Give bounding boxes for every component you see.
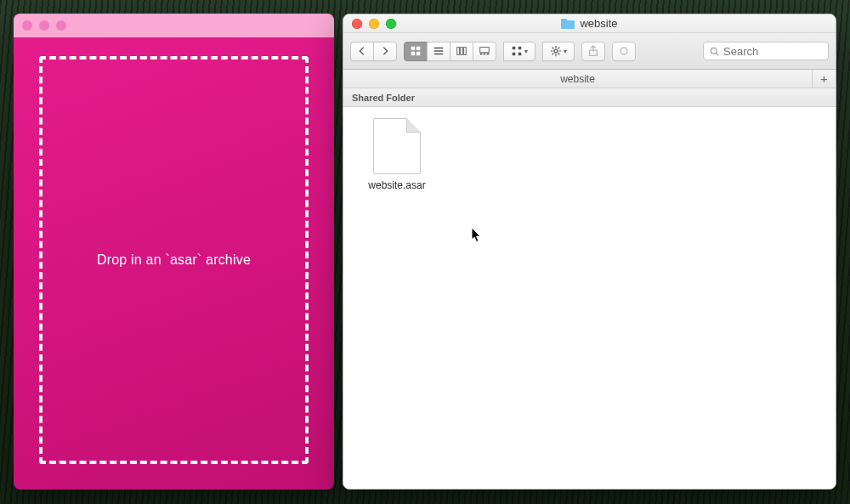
view-mode-segment bbox=[404, 42, 496, 61]
action-button[interactable]: ▾ bbox=[542, 42, 575, 61]
folder-icon bbox=[561, 19, 575, 29]
nav-segment bbox=[350, 42, 397, 61]
finder-content-area[interactable]: website.asar bbox=[343, 108, 836, 489]
titlebar[interactable] bbox=[14, 14, 334, 37]
svg-point-15 bbox=[554, 49, 558, 53]
tab-website[interactable]: website bbox=[343, 70, 812, 88]
svg-rect-8 bbox=[480, 54, 483, 55]
svg-rect-9 bbox=[484, 54, 486, 55]
shared-folder-label: Shared Folder bbox=[352, 93, 415, 103]
finder-toolbar: ▾ ▾ bbox=[343, 33, 836, 70]
shared-folder-banner: Shared Folder bbox=[343, 88, 836, 107]
svg-rect-3 bbox=[416, 52, 420, 55]
svg-rect-5 bbox=[461, 48, 463, 55]
chevron-right-icon bbox=[379, 45, 391, 57]
svg-rect-13 bbox=[513, 53, 516, 56]
finder-titlebar[interactable]: website bbox=[343, 14, 836, 33]
chevron-down-icon: ▾ bbox=[564, 48, 567, 55]
drop-prompt: Drop in an `asar` archive bbox=[97, 252, 251, 268]
arrange-button[interactable]: ▾ bbox=[503, 42, 536, 61]
svg-rect-7 bbox=[480, 48, 490, 53]
close-icon[interactable] bbox=[352, 19, 362, 29]
tab-label: website bbox=[560, 73, 595, 85]
svg-point-18 bbox=[711, 48, 717, 54]
window-title-text: website bbox=[580, 17, 617, 30]
close-icon[interactable] bbox=[22, 20, 32, 31]
svg-rect-12 bbox=[518, 47, 522, 50]
plus-icon: + bbox=[820, 71, 828, 86]
file-name: website.asar bbox=[359, 179, 435, 191]
search-input[interactable] bbox=[723, 45, 823, 58]
tag-icon bbox=[618, 45, 630, 57]
svg-rect-10 bbox=[487, 54, 490, 55]
search-icon bbox=[709, 46, 720, 57]
file-icon bbox=[373, 118, 421, 174]
columns-icon bbox=[456, 45, 468, 57]
svg-point-17 bbox=[620, 48, 627, 54]
asar-drop-zone[interactable]: Drop in an `asar` archive bbox=[39, 56, 309, 464]
svg-rect-6 bbox=[464, 48, 467, 55]
view-icons-button[interactable] bbox=[404, 42, 428, 61]
new-tab-button[interactable]: + bbox=[812, 70, 836, 88]
arrange-segment: ▾ bbox=[503, 42, 536, 61]
back-button[interactable] bbox=[350, 42, 374, 61]
svg-rect-4 bbox=[457, 48, 460, 55]
file-item[interactable]: website.asar bbox=[359, 118, 435, 191]
gear-icon bbox=[550, 45, 562, 57]
gallery-icon bbox=[479, 45, 490, 57]
zoom-icon[interactable] bbox=[56, 20, 66, 31]
tab-bar: website + bbox=[343, 70, 836, 88]
svg-rect-14 bbox=[518, 53, 522, 56]
svg-rect-11 bbox=[513, 47, 516, 50]
search-field[interactable] bbox=[703, 42, 829, 60]
tags-button[interactable] bbox=[612, 42, 636, 61]
arrange-icon bbox=[511, 45, 523, 57]
view-list-button[interactable] bbox=[427, 42, 450, 61]
asar-drop-window: Drop in an `asar` archive bbox=[14, 14, 334, 490]
finder-window: website bbox=[343, 14, 836, 490]
chevron-left-icon bbox=[356, 45, 368, 57]
view-gallery-button[interactable] bbox=[473, 42, 496, 61]
list-icon bbox=[433, 45, 445, 57]
minimize-icon[interactable] bbox=[39, 20, 49, 31]
share-icon bbox=[587, 45, 599, 57]
view-columns-button[interactable] bbox=[450, 42, 473, 61]
grid-icon bbox=[410, 45, 422, 57]
share-button[interactable] bbox=[581, 42, 605, 61]
svg-rect-1 bbox=[416, 47, 420, 50]
svg-rect-0 bbox=[411, 47, 415, 50]
chevron-down-icon: ▾ bbox=[524, 48, 528, 55]
minimize-icon[interactable] bbox=[369, 19, 379, 29]
action-segment: ▾ bbox=[542, 42, 575, 61]
zoom-icon[interactable] bbox=[386, 19, 396, 29]
window-title: website bbox=[343, 17, 836, 30]
forward-button[interactable] bbox=[373, 42, 397, 61]
svg-rect-2 bbox=[411, 52, 415, 55]
